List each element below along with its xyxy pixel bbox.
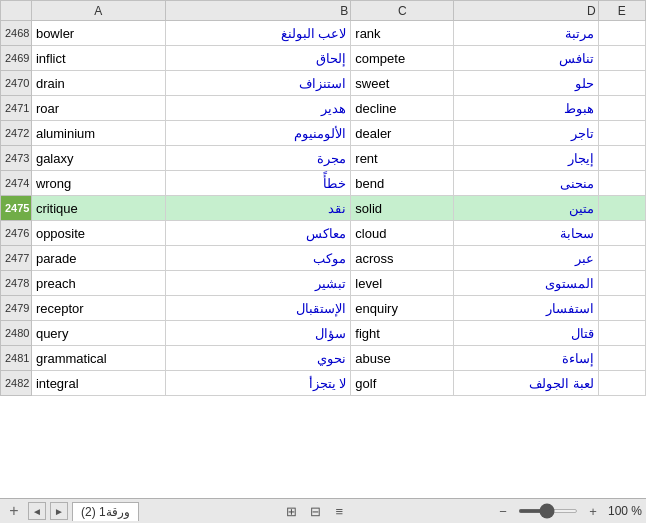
table-row[interactable]: 2476oppositeمعاكسcloudسحابة: [1, 221, 646, 246]
cell-empty-e[interactable]: [598, 246, 645, 271]
cell-arabic-b[interactable]: الإستقبال: [165, 296, 350, 321]
cell-english-c[interactable]: fight: [351, 321, 454, 346]
zoom-in-button[interactable]: +: [582, 501, 604, 521]
cell-arabic-b[interactable]: سؤال: [165, 321, 350, 346]
zoom-slider[interactable]: [518, 509, 578, 513]
cell-arabic-b[interactable]: مجرة: [165, 146, 350, 171]
sheet-nav-left[interactable]: ◄: [28, 502, 46, 520]
cell-arabic-d[interactable]: قتال: [454, 321, 598, 346]
cell-arabic-d[interactable]: سحابة: [454, 221, 598, 246]
cell-english[interactable]: opposite: [31, 221, 165, 246]
cell-arabic-b[interactable]: نحوي: [165, 346, 350, 371]
cell-english-c[interactable]: abuse: [351, 346, 454, 371]
cell-arabic-b[interactable]: تبشير: [165, 271, 350, 296]
table-row[interactable]: 2470drainاستنزافsweetحلو: [1, 71, 646, 96]
cell-english-c[interactable]: decline: [351, 96, 454, 121]
table-row[interactable]: 2479receptorالإستقبالenquiryاستفسار: [1, 296, 646, 321]
col-header-c[interactable]: C: [351, 1, 454, 21]
cell-arabic-d[interactable]: هبوط: [454, 96, 598, 121]
cell-english-c[interactable]: rent: [351, 146, 454, 171]
cell-arabic-b[interactable]: هدير: [165, 96, 350, 121]
cell-arabic-d[interactable]: استفسار: [454, 296, 598, 321]
cell-english[interactable]: query: [31, 321, 165, 346]
cell-english-c[interactable]: dealer: [351, 121, 454, 146]
cell-english[interactable]: receptor: [31, 296, 165, 321]
cell-english-c[interactable]: cloud: [351, 221, 454, 246]
cell-arabic-b[interactable]: موكب: [165, 246, 350, 271]
col-header-d[interactable]: D: [454, 1, 598, 21]
cell-english-c[interactable]: across: [351, 246, 454, 271]
cell-english-c[interactable]: level: [351, 271, 454, 296]
table-row[interactable]: 2480queryسؤالfightقتال: [1, 321, 646, 346]
table-row[interactable]: 2475critiqueنقدsolidمتين: [1, 196, 646, 221]
cell-empty-e[interactable]: [598, 271, 645, 296]
cell-english[interactable]: grammatical: [31, 346, 165, 371]
cell-arabic-d[interactable]: إساءة: [454, 346, 598, 371]
cell-english[interactable]: critique: [31, 196, 165, 221]
cell-empty-e[interactable]: [598, 171, 645, 196]
cell-arabic-b[interactable]: لاعب البولنغ: [165, 21, 350, 46]
cell-empty-e[interactable]: [598, 321, 645, 346]
cell-english[interactable]: roar: [31, 96, 165, 121]
cell-arabic-b[interactable]: معاكس: [165, 221, 350, 246]
view-page-icon[interactable]: ≡: [328, 501, 350, 521]
table-row[interactable]: 2473galaxyمجرةrentإيجار: [1, 146, 646, 171]
cell-english[interactable]: inflict: [31, 46, 165, 71]
cell-empty-e[interactable]: [598, 121, 645, 146]
cell-arabic-d[interactable]: منحنى: [454, 171, 598, 196]
cell-arabic-d[interactable]: حلو: [454, 71, 598, 96]
cell-english[interactable]: parade: [31, 246, 165, 271]
cell-empty-e[interactable]: [598, 296, 645, 321]
cell-empty-e[interactable]: [598, 196, 645, 221]
sheet-tab[interactable]: ورقة1 (2): [72, 502, 139, 521]
table-row[interactable]: 2481grammaticalنحويabuseإساءة: [1, 346, 646, 371]
table-row[interactable]: 2472aluminiumالألومنيومdealerتاجر: [1, 121, 646, 146]
cell-arabic-d[interactable]: تاجر: [454, 121, 598, 146]
cell-empty-e[interactable]: [598, 71, 645, 96]
cell-empty-e[interactable]: [598, 21, 645, 46]
table-row[interactable]: 2482integralلا يتجزأgolfلعبة الجولف: [1, 371, 646, 396]
table-row[interactable]: 2474wrongخطأًbendمنحنى: [1, 171, 646, 196]
cell-english-c[interactable]: solid: [351, 196, 454, 221]
cell-english-c[interactable]: enquiry: [351, 296, 454, 321]
cell-english[interactable]: galaxy: [31, 146, 165, 171]
cell-empty-e[interactable]: [598, 46, 645, 71]
cell-arabic-b[interactable]: نقد: [165, 196, 350, 221]
cell-english-c[interactable]: compete: [351, 46, 454, 71]
cell-arabic-d[interactable]: إيجار: [454, 146, 598, 171]
sheet-nav-right[interactable]: ►: [50, 502, 68, 520]
cell-arabic-d[interactable]: عبر: [454, 246, 598, 271]
cell-english-c[interactable]: golf: [351, 371, 454, 396]
zoom-out-button[interactable]: −: [492, 501, 514, 521]
col-header-e[interactable]: E: [598, 1, 645, 21]
cell-english[interactable]: integral: [31, 371, 165, 396]
cell-arabic-d[interactable]: مرتبة: [454, 21, 598, 46]
cell-english[interactable]: bowler: [31, 21, 165, 46]
cell-arabic-d[interactable]: لعبة الجولف: [454, 371, 598, 396]
cell-arabic-d[interactable]: المستوى: [454, 271, 598, 296]
cell-english-c[interactable]: rank: [351, 21, 454, 46]
cell-empty-e[interactable]: [598, 221, 645, 246]
col-header-a[interactable]: A: [31, 1, 165, 21]
cell-english-c[interactable]: sweet: [351, 71, 454, 96]
cell-arabic-d[interactable]: تنافس: [454, 46, 598, 71]
cell-arabic-b[interactable]: إلحاق: [165, 46, 350, 71]
view-layout-icon[interactable]: ⊟: [304, 501, 326, 521]
cell-english[interactable]: preach: [31, 271, 165, 296]
add-sheet-button[interactable]: +: [4, 501, 24, 521]
cell-empty-e[interactable]: [598, 371, 645, 396]
cell-empty-e[interactable]: [598, 146, 645, 171]
cell-arabic-b[interactable]: لا يتجزأ: [165, 371, 350, 396]
cell-empty-e[interactable]: [598, 346, 645, 371]
table-row[interactable]: 2478preachتبشيرlevelالمستوى: [1, 271, 646, 296]
cell-english[interactable]: drain: [31, 71, 165, 96]
cell-english[interactable]: aluminium: [31, 121, 165, 146]
table-row[interactable]: 2468bowlerلاعب البولنغrankمرتبة: [1, 21, 646, 46]
table-row[interactable]: 2471roarهديرdeclineهبوط: [1, 96, 646, 121]
cell-english[interactable]: wrong: [31, 171, 165, 196]
cell-empty-e[interactable]: [598, 96, 645, 121]
cell-arabic-b[interactable]: استنزاف: [165, 71, 350, 96]
cell-arabic-d[interactable]: متين: [454, 196, 598, 221]
cell-english-c[interactable]: bend: [351, 171, 454, 196]
table-row[interactable]: 2469inflictإلحاقcompeteتنافس: [1, 46, 646, 71]
